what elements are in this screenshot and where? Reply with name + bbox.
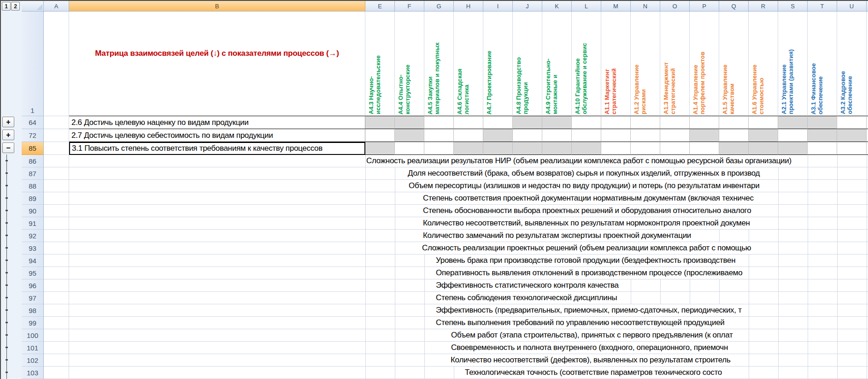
process-header-cell-I[interactable]: А4.7 Проектирование bbox=[483, 12, 513, 116]
row-header-100[interactable]: 100 bbox=[22, 329, 44, 342]
row-header-94[interactable]: 94 bbox=[22, 255, 44, 267]
detail-row-grid[interactable]: Количество замечаний по результатам эксп… bbox=[69, 230, 868, 242]
process-header-cell-J[interactable]: А4.8 Производство продукции bbox=[513, 12, 542, 116]
process-header-cell-O[interactable]: А1.3 Менеджмент стратегический bbox=[660, 12, 690, 116]
matrix-cell-H85[interactable] bbox=[454, 142, 483, 155]
row-header-1[interactable]: 1 bbox=[22, 12, 44, 116]
cell-A89[interactable] bbox=[44, 192, 69, 205]
detail-row-grid[interactable]: Степень соответствия проектной документа… bbox=[69, 192, 868, 205]
matrix-cell-L72[interactable] bbox=[572, 129, 601, 142]
matrix-cell-Q85[interactable] bbox=[719, 142, 749, 155]
matrix-cell-E85[interactable] bbox=[365, 142, 395, 155]
matrix-cell-M64[interactable] bbox=[601, 116, 631, 129]
matrix-cell-H72[interactable] bbox=[454, 129, 483, 142]
matrix-cell-N85[interactable] bbox=[631, 142, 660, 155]
goal-cell-B64[interactable]: 2.6 Достичь целевую наценку по видам про… bbox=[69, 116, 365, 129]
column-header-N[interactable]: N bbox=[631, 1, 660, 11]
cell-A100[interactable] bbox=[44, 329, 69, 342]
matrix-cell-E64[interactable] bbox=[365, 116, 395, 129]
row-header-95[interactable]: 95 bbox=[22, 267, 44, 279]
row-header-88[interactable]: 88 bbox=[22, 180, 44, 192]
select-all-corner[interactable] bbox=[22, 1, 44, 11]
matrix-cell-O85[interactable] bbox=[660, 142, 690, 155]
row-header-87[interactable]: 87 bbox=[22, 167, 44, 180]
matrix-cell-G85[interactable] bbox=[424, 142, 454, 155]
cell-B1-title[interactable]: Матрица взаимосвязей целей (↓) с показат… bbox=[69, 12, 365, 116]
row-header-101[interactable]: 101 bbox=[22, 342, 44, 354]
detail-row-grid[interactable]: Сложность реализации результатов НИР (об… bbox=[69, 155, 868, 167]
column-header-R[interactable]: R bbox=[749, 1, 778, 11]
matrix-cell-T85[interactable] bbox=[808, 142, 837, 155]
detail-row-grid[interactable]: Эффективность статистического контроля к… bbox=[69, 279, 868, 292]
cell-A88[interactable] bbox=[44, 180, 69, 192]
matrix-cell-J64[interactable] bbox=[513, 116, 542, 129]
column-header-E[interactable]: E bbox=[365, 1, 395, 11]
column-header-A[interactable]: A bbox=[44, 1, 69, 11]
detail-row-grid[interactable]: Технологическая точность (соответствие п… bbox=[69, 367, 868, 379]
row-header-99[interactable]: 99 bbox=[22, 317, 44, 329]
cell-A102[interactable] bbox=[44, 354, 69, 367]
matrix-cell-J72[interactable] bbox=[513, 129, 542, 142]
column-header-T[interactable]: T bbox=[808, 1, 837, 11]
process-header-cell-F[interactable]: А4.4 Опытно- конструкторские bbox=[395, 12, 424, 116]
process-header-cell-K[interactable]: А4.9 Строительно- монтажные и bbox=[542, 12, 572, 116]
matrix-cell-S64[interactable] bbox=[778, 116, 808, 129]
cell-A93[interactable] bbox=[44, 242, 69, 255]
cell-A101[interactable] bbox=[44, 342, 69, 354]
matrix-cell-U72[interactable] bbox=[837, 129, 867, 142]
matrix-cell-H64[interactable] bbox=[454, 116, 483, 129]
process-header-cell-U[interactable]: А3.2 Кадровое обеспечение bbox=[837, 12, 867, 116]
detail-row-grid[interactable]: Оперативность выявления отклонений в про… bbox=[69, 267, 868, 279]
matrix-cell-Q64[interactable] bbox=[719, 116, 749, 129]
matrix-cell-N64[interactable] bbox=[631, 116, 660, 129]
matrix-cell-F64[interactable] bbox=[395, 116, 424, 129]
row-header-89[interactable]: 89 bbox=[22, 192, 44, 205]
process-header-cell-H[interactable]: А4.6 Складская логистика bbox=[454, 12, 483, 116]
column-header-G[interactable]: G bbox=[424, 1, 454, 11]
matrix-cell-U85[interactable] bbox=[837, 142, 867, 155]
expand-group-row64-button[interactable]: + bbox=[2, 117, 14, 127]
row-header-102[interactable]: 102 bbox=[22, 354, 44, 367]
cell-A96[interactable] bbox=[44, 279, 69, 292]
detail-row-grid[interactable]: Степень обоснованности выбора проектных … bbox=[69, 205, 868, 217]
column-header-P[interactable]: P bbox=[690, 1, 719, 11]
row-header-92[interactable]: 92 bbox=[22, 230, 44, 242]
row-header-72[interactable]: 72 bbox=[22, 129, 44, 142]
matrix-cell-E72[interactable] bbox=[365, 129, 395, 142]
process-header-cell-R[interactable]: А1.6 Управление стоимостью bbox=[749, 12, 778, 116]
row-header-103[interactable]: 103 bbox=[22, 367, 44, 379]
detail-row-grid[interactable]: Степень соблюдения технологической дисци… bbox=[69, 292, 868, 304]
cell-A98[interactable] bbox=[44, 304, 69, 317]
process-header-cell-S[interactable]: А2.1 Управление проектами (развития) bbox=[778, 12, 808, 116]
column-header-M[interactable]: M bbox=[601, 1, 631, 11]
detail-row-grid[interactable]: Своевременность и полнота внутреннего (в… bbox=[69, 342, 868, 354]
detail-row-grid[interactable]: Объем пересортицы (излишков и недостач п… bbox=[69, 180, 868, 192]
column-header-K[interactable]: K bbox=[542, 1, 572, 11]
column-header-B-selected[interactable]: B bbox=[69, 1, 365, 11]
cell-A1[interactable] bbox=[44, 12, 69, 116]
matrix-cell-M85[interactable] bbox=[601, 142, 631, 155]
row-header-86[interactable]: 86 bbox=[22, 155, 44, 167]
cell-A90[interactable] bbox=[44, 205, 69, 217]
matrix-cell-U64[interactable] bbox=[837, 116, 867, 129]
matrix-cell-P64[interactable] bbox=[690, 116, 719, 129]
detail-row-grid[interactable]: Степень выполнения требований по управле… bbox=[69, 317, 868, 329]
cell-A86[interactable] bbox=[44, 155, 69, 167]
row-header-90[interactable]: 90 bbox=[22, 205, 44, 217]
matrix-cell-N72[interactable] bbox=[631, 129, 660, 142]
matrix-cell-L64[interactable] bbox=[572, 116, 601, 129]
row-header-64[interactable]: 64 bbox=[22, 116, 44, 129]
matrix-cell-I64[interactable] bbox=[483, 116, 513, 129]
column-header-I[interactable]: I bbox=[483, 1, 513, 11]
process-header-cell-L[interactable]: А4.10 Гарантийное обслуживание и сервис bbox=[572, 12, 601, 116]
matrix-cell-Q72[interactable] bbox=[719, 129, 749, 142]
process-header-cell-Q[interactable]: А1.5 Управление качеством bbox=[719, 12, 749, 116]
cell-A99[interactable] bbox=[44, 317, 69, 329]
column-header-Q[interactable]: Q bbox=[719, 1, 749, 11]
cell-A103[interactable] bbox=[44, 367, 69, 379]
matrix-cell-K72[interactable] bbox=[542, 129, 572, 142]
row-header-93[interactable]: 93 bbox=[22, 242, 44, 255]
matrix-cell-P72[interactable] bbox=[690, 129, 719, 142]
column-header-J[interactable]: J bbox=[513, 1, 542, 11]
row-header-98[interactable]: 98 bbox=[22, 304, 44, 317]
